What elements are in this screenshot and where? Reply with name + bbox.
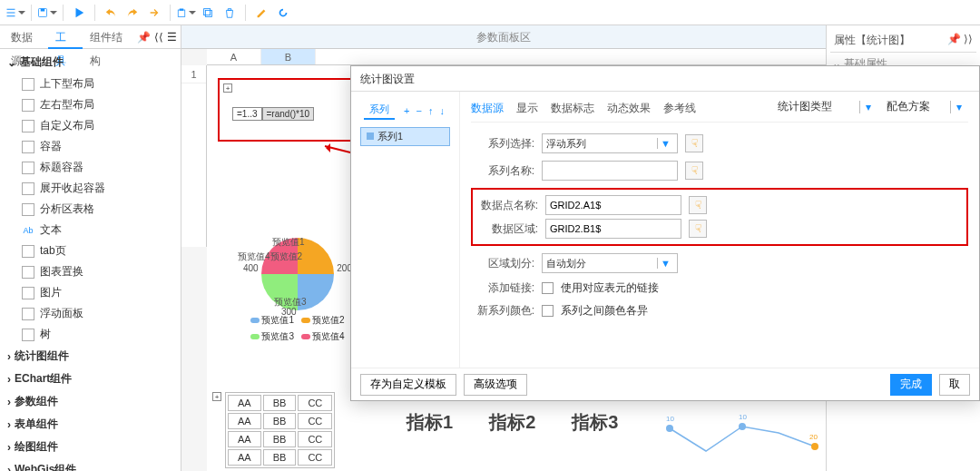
forward-icon[interactable]	[144, 3, 164, 23]
data-table[interactable]: AABBCCAABBCCAABBCCAABBCC	[225, 392, 335, 468]
undo-icon[interactable]	[101, 3, 121, 23]
table-cell[interactable]: CC	[298, 395, 332, 411]
series-name-input[interactable]	[542, 161, 678, 181]
color-scheme-select[interactable]: 配色方案▾	[887, 99, 968, 114]
refresh-icon[interactable]	[273, 3, 293, 23]
point-name-input[interactable]	[545, 195, 681, 215]
svg-text:10: 10	[666, 415, 674, 423]
expand-handle-icon[interactable]: +	[223, 83, 232, 93]
tab-effect[interactable]: 动态效果	[607, 101, 651, 116]
pick-icon[interactable]: ☟	[689, 196, 707, 214]
pick-icon[interactable]: ☟	[685, 134, 703, 152]
tree-item[interactable]: 上下型布局	[0, 74, 181, 94]
color-checkbox-label: 系列之间颜色各异	[561, 303, 648, 319]
col-header-a[interactable]: A	[207, 49, 261, 64]
table-cell[interactable]: BB	[263, 395, 297, 411]
table-cell[interactable]: CC	[298, 449, 332, 466]
add-row-icon[interactable]: +	[212, 392, 221, 401]
tree-item[interactable]: 分析区表格	[0, 199, 181, 220]
cancel-button[interactable]: 取	[939, 374, 970, 396]
table-cell[interactable]: AA	[228, 413, 261, 429]
legend-item: 预览值4	[312, 331, 345, 341]
tab-datamark[interactable]: 数据标志	[551, 101, 594, 116]
tab-datasource[interactable]: 数据源	[471, 101, 504, 116]
param-panel-area[interactable]: 参数面板区	[181, 25, 826, 49]
tab-tools[interactable]: 工具	[48, 25, 83, 49]
tree-group[interactable]: › 绘图组件	[0, 436, 181, 458]
tree-item[interactable]: tab页	[0, 240, 181, 261]
indicator-1[interactable]: 指标1	[407, 410, 453, 435]
line-chart-preview[interactable]: 10 10 20	[661, 410, 826, 465]
tab-datasource[interactable]: 数据源	[4, 25, 48, 49]
finish-button[interactable]: 完成	[890, 374, 932, 396]
tree-item[interactable]: 浮动面板	[0, 303, 181, 324]
pin-icon[interactable]: 📌	[137, 31, 151, 44]
tree-item[interactable]: 图表置换	[0, 261, 181, 282]
series-tab[interactable]: 系列	[364, 101, 395, 120]
table-cell[interactable]: BB	[263, 449, 297, 466]
color-checkbox[interactable]	[542, 305, 554, 317]
tree-group[interactable]: › 参数组件	[0, 390, 181, 413]
tab-display[interactable]: 显示	[516, 101, 538, 116]
table-cell[interactable]: AA	[228, 449, 261, 466]
tree-item[interactable]: 左右型布局	[0, 94, 181, 115]
indicator-2[interactable]: 指标2	[489, 410, 535, 435]
tree-group[interactable]: › EChart组件	[0, 368, 181, 390]
series-toolbar[interactable]: + − ↑ ↓	[404, 105, 446, 116]
svg-rect-1	[41, 8, 45, 11]
table-cell[interactable]: BB	[263, 431, 297, 447]
tree-group[interactable]: › WebGis组件	[0, 458, 181, 471]
link-checkbox[interactable]	[542, 282, 554, 294]
tab-structure[interactable]: 组件结构	[83, 25, 137, 49]
tree-item[interactable]: 展开收起容器	[0, 178, 181, 199]
region-split-select[interactable]: 自动划分▼	[542, 253, 678, 273]
pie-value: 300	[281, 307, 297, 317]
tree-item[interactable]: Ab文本	[0, 220, 181, 240]
play-icon[interactable]	[69, 3, 89, 23]
pie-chart-preview[interactable]: 预览值1 预览值4预览值2 400 200 预览值3 300 预览值1 预览值2…	[225, 238, 370, 383]
data-region-input[interactable]	[545, 219, 681, 239]
tree-item[interactable]: 树	[0, 324, 181, 345]
chart-type-select[interactable]: 统计图类型▾	[778, 99, 877, 114]
indicator-row: 指标1 指标2 指标3	[407, 410, 618, 435]
table-cell[interactable]: AA	[228, 431, 261, 447]
pin-icon[interactable]: 📌	[947, 33, 961, 45]
row-header-1[interactable]: 1	[181, 65, 206, 83]
collapse-icon[interactable]: ⟩⟩	[964, 33, 973, 45]
table-cell[interactable]: BB	[263, 413, 297, 429]
delete-icon[interactable]	[220, 3, 240, 23]
pie-label: 预览值4预览值2	[238, 250, 302, 263]
tree-group[interactable]: › 表单组件	[0, 413, 181, 436]
table-cell[interactable]: CC	[298, 413, 332, 429]
tree-item[interactable]: 容器	[0, 136, 181, 157]
link-label: 添加链接:	[471, 280, 534, 296]
main-toolbar	[0, 0, 980, 25]
tree-group[interactable]: ⌄ 基础组件	[0, 51, 181, 74]
cell-a1[interactable]: =1..3	[232, 107, 262, 121]
redo-icon[interactable]	[122, 3, 142, 23]
advanced-button[interactable]: 高级选项	[464, 374, 527, 396]
series-select[interactable]: 浮动系列▼	[542, 133, 678, 153]
copy-icon[interactable]	[198, 3, 218, 23]
format-icon[interactable]	[251, 3, 271, 23]
tree-group[interactable]: › 统计图组件	[0, 345, 181, 368]
tab-refline[interactable]: 参考线	[663, 101, 696, 116]
collapse-icon[interactable]: ⟨⟨	[154, 31, 163, 44]
paste-icon[interactable]	[176, 3, 196, 23]
save-icon[interactable]	[37, 3, 57, 23]
tree-item[interactable]: 图片	[0, 282, 181, 303]
series-item[interactable]: 系列1	[360, 127, 450, 146]
table-cell[interactable]: AA	[228, 395, 261, 411]
tree-item[interactable]: 标题容器	[0, 157, 181, 178]
indicator-3[interactable]: 指标3	[572, 410, 618, 435]
cell-b1[interactable]: =rand()*10	[262, 107, 315, 121]
tree-item[interactable]: 自定义布局	[0, 115, 181, 136]
pick-icon[interactable]: ☟	[689, 220, 707, 238]
save-template-button[interactable]: 存为自定义模板	[360, 374, 456, 396]
table-cell[interactable]: CC	[298, 431, 332, 447]
pie-value: 400	[243, 263, 259, 273]
menu-icon[interactable]	[5, 3, 25, 23]
menu-grip-icon[interactable]: ☰	[167, 31, 177, 44]
col-header-b[interactable]: B	[261, 49, 316, 64]
pick-icon[interactable]: ☟	[685, 162, 703, 180]
